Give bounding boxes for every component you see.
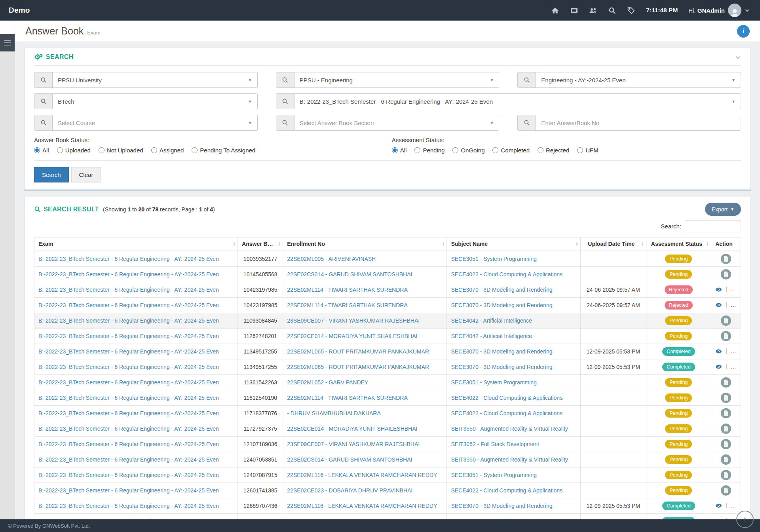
radio-input[interactable] [452,147,458,153]
radio-pending[interactable]: Pending [414,147,445,154]
subject-link[interactable]: SECE3051 - System Programming [451,256,536,262]
enrollment-link[interactable]: 23SE09CE007 - VIRANI YASHKUMAR RAJESHBHA… [287,441,420,447]
radio-input[interactable] [151,147,157,153]
exam-link[interactable]: B:-2022-23_BTech Semester - 6 Regular En… [38,426,219,432]
document-action-icon[interactable] [721,470,731,480]
subject-link[interactable]: SEIT3550 - Augmented Reality & Virtual R… [451,456,568,463]
clear-button[interactable]: Clear [71,167,101,182]
radio-all[interactable]: All [392,147,407,154]
document-action-icon[interactable] [721,439,731,449]
radio-input[interactable] [492,147,498,153]
exam-link[interactable]: B:-2022-23_BTech Semester - 6 Regular En… [38,317,219,324]
subject-link[interactable]: SECE4022 - Cloud Computing & Application… [451,395,562,401]
document-action-icon[interactable] [721,485,731,496]
table-row[interactable]: B:-2022-23_BTech Semester - 6 Regular En… [34,498,741,513]
enrollment-link[interactable]: 22SE02CS014 - GARUD SHIVAM SANTOSHBHAI [287,456,412,463]
table-row[interactable]: B:-2022-23_BTech Semester - 6 Regular En… [34,483,741,498]
table-row[interactable]: B:-2022-23_BTech Semester - 6 Regular En… [34,359,741,374]
view-eye-icon[interactable] [715,302,722,308]
radio-input[interactable] [577,147,583,153]
subject-link[interactable]: SECE4022 - Cloud Computing & Application… [451,487,562,494]
radio-all[interactable]: All [34,147,49,154]
radio-not-uploaded[interactable]: Not Uploaded [99,147,143,154]
subject-link[interactable]: SECE3070 - 3D Modeling and Rendering [451,287,552,293]
exam-link[interactable]: B:-2022-23_BTech Semester - 6 Regular En… [38,333,219,339]
info-button[interactable]: i [737,25,750,38]
exam-link[interactable]: B:-2022-23_BTech Semester - 6 Regular En… [38,302,219,308]
enrollment-link[interactable]: 22SE02ML052 - GARV PANDEY [287,379,368,386]
document-action-icon[interactable] [721,315,731,326]
radio-completed[interactable]: Completed [492,147,530,154]
enrollment-link[interactable]: 22SE02CE014 - MORADIYA YUNIT SHAILESHBHA… [287,333,417,339]
radio-uploaded[interactable]: Uploaded [57,147,91,154]
column-header-enrollment[interactable]: Enrollment No▲▼ [283,238,447,251]
radio-pending-to-assigned[interactable]: Pending To Assigned [192,147,255,154]
radio-ongoing[interactable]: OnGoing [452,147,484,154]
enrollment-link[interactable]: 22SE02ML065 - ROUT PRITAMKUMAR PANKAJKUM… [287,364,429,370]
exam-select[interactable]: B:-2022-23_BTech Semester - 6 Regular En… [276,93,741,109]
subject-link[interactable]: SEIT3052 - Full Stack Development [451,441,539,447]
table-row[interactable]: B:-2022-23_BTech Semester - 6 Regular En… [34,452,741,467]
home-icon[interactable] [551,6,559,15]
enrollment-link[interactable]: 22SE02ML116 - LEKKALA VENKATA RAMCHARAN … [287,503,437,509]
radio-ufm[interactable]: UFM [577,147,598,154]
exam-link[interactable]: B:-2022-23_BTech Semester - 6 Regular En… [38,256,219,262]
radio-assigned[interactable]: Assigned [151,147,184,154]
table-row[interactable]: B:-2022-23_BTech Semester - 6 Regular En… [34,328,741,344]
exam-link[interactable]: B:-2022-23_BTech Semester - 6 Regular En… [38,441,219,447]
academic-year-select[interactable]: Engineering - AY:-2024-25 Even ▼ [517,72,741,88]
enrollment-link[interactable]: 22SE02ML114 - TIWARI SARTHAK SURENDRA [287,287,407,293]
table-row[interactable]: B:-2022-23_BTech Semester - 6 Regular En… [34,251,741,267]
column-header-subject[interactable]: Subject Name▲▼ [447,238,580,251]
enrollment-link[interactable]: 22SE02ML114 - TIWARI SARTHAK SURENDRA [287,395,407,401]
collapse-chevron-icon[interactable] [735,54,741,60]
radio-input[interactable] [34,147,40,153]
column-header-answer-book[interactable]: Answer Book▲▼ [238,238,283,251]
subject-link[interactable]: SECE4042 - Artificial Intelligence [451,317,532,324]
radio-input[interactable] [192,147,198,153]
subject-link[interactable]: SEIT3550 - Augmented Reality & Virtual R… [451,426,568,432]
exam-link[interactable]: B:-2022-23_BTech Semester - 6 Regular En… [38,472,219,478]
exam-link[interactable]: B:-2022-23_BTech Semester - 6 Regular En… [38,503,219,509]
subject-link[interactable]: SECE3070 - 3D Modeling and Rendering [451,503,552,509]
document-action-icon[interactable] [721,254,731,264]
subject-link[interactable]: SECE4042 - Artificial Intelligence [451,333,532,339]
exam-link[interactable]: B:-2022-23_BTech Semester - 6 Regular En… [38,395,219,401]
enrollment-link[interactable]: 22SE02ML005 - ARIVENI AVINASH [287,256,376,262]
enrollment-link[interactable]: 22SE02ML116 - LEKKALA VENKATA RAMCHARAN … [287,472,437,478]
exam-link[interactable]: B:-2022-23_BTech Semester - 6 Regular En… [38,287,219,293]
column-header-upload[interactable]: Upload Date Time▲▼ [580,238,646,251]
exam-link[interactable]: B:-2022-23_BTech Semester - 6 Regular En… [38,410,219,416]
brand-logo[interactable]: Demo [0,6,30,15]
table-row[interactable]: B:-2022-23_BTech Semester - 6 Regular En… [34,436,741,452]
user-avatar[interactable] [728,4,741,17]
enrollment-link[interactable]: 23SE09CE007 - VIRANI YASHKUMAR RAJESHBHA… [287,317,420,324]
chevron-down-icon[interactable] [745,8,750,13]
table-row[interactable]: B:-2022-23_BTech Semester - 6 Regular En… [34,374,741,390]
subject-link[interactable]: SECE3070 - 3D Modeling and Rendering [451,364,552,370]
document-action-icon[interactable] [721,454,731,465]
enrollment-link[interactable]: 22SE02ML114 - TIWARI SARTHAK SURENDRA [287,302,407,308]
subject-link[interactable]: SECE3070 - 3D Modeling and Rendering [451,348,552,355]
table-row[interactable]: B:-2022-23_BTech Semester - 6 Regular En… [34,313,741,328]
search-icon[interactable] [608,6,616,15]
document-action-icon[interactable] [721,393,731,403]
answerbook-section-select[interactable]: Select Answer Book Section ▼ [276,115,500,131]
subject-link[interactable]: SECE3051 - System Programming [451,379,536,386]
enrollment-link[interactable]: 22SE02CE023 - DOBARIYA DHRUV PRAVINBHAI [287,487,412,494]
enrollment-link[interactable]: 22SE02CS014 - GARUD SHIVAM SANTOSHBHAI [287,271,412,277]
exam-link[interactable]: B:-2022-23_BTech Semester - 6 Regular En… [38,364,219,370]
subject-link[interactable]: SECE3070 - 3D Modeling and Rendering [451,302,552,308]
answerbook-no-input[interactable] [536,115,741,130]
radio-input[interactable] [99,147,104,153]
document-action-icon[interactable] [721,269,731,279]
document-action-icon[interactable] [721,377,731,388]
radio-input[interactable] [57,147,63,153]
column-header-status[interactable]: Assessment Status▲▼ [646,238,711,251]
view-eye-icon[interactable] [715,503,722,508]
exam-link[interactable]: B:-2022-23_BTech Semester - 6 Regular En… [38,379,219,386]
scroll-to-top-button[interactable]: ↑ [736,511,754,528]
enrollment-link[interactable]: - DHRUV SHAMBHUBHAI DAKHARA [287,410,380,416]
table-search-input[interactable] [685,220,741,232]
table-row[interactable]: B:-2022-23_BTech Semester - 6 Regular En… [34,390,741,405]
